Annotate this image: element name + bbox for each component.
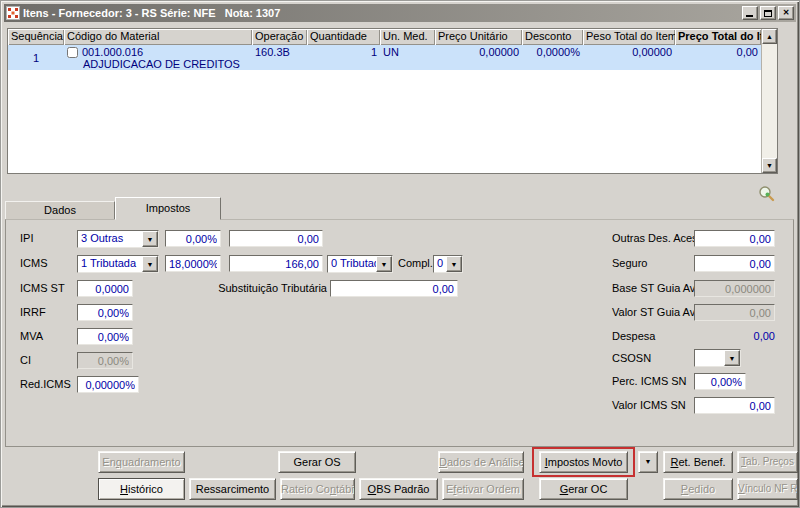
compl-label: Compl. [398,257,433,269]
despesa-value: 0,00 [694,330,775,342]
grid-body: 1 001.000.016 ADJUDICACAO DE CREDITOS 16… [8,45,761,173]
window-icon[interactable] [6,6,20,20]
chevron-down-icon[interactable]: ▼ [446,256,462,272]
enquadramento-button: Enquadramento [98,451,185,473]
items-grid: Sequência Código do Material Operação Qu… [7,28,778,174]
scroll-up-button[interactable]: ▲ [762,29,777,44]
scroll-up-icon: ▲ [766,33,773,40]
window-title: Itens - Fornecedor: 3 - RS Série: NFE No… [23,7,740,19]
cell-un-med: UN [380,45,435,70]
impostos-panel: IPI 3 Outras ▼ ICMS 1 Tributada ▼ 0 Trib… [5,219,794,447]
grid-vertical-scrollbar[interactable]: ▲ ▼ [761,29,777,173]
window: Itens - Fornecedor: 3 - RS Série: NFE No… [0,0,800,508]
outras-des-label: Outras Des. Aces. [612,232,701,244]
ipi-type-combo[interactable]: 3 Outras ▼ [77,230,159,248]
close-button[interactable]: ✕ [778,6,794,20]
maximize-button[interactable] [760,6,776,20]
perc-icms-sn-field[interactable] [694,373,746,390]
icms-st-type-value: 0 Tributada [328,256,376,272]
column-header-preco-unitario[interactable]: Preço Unitário [435,29,522,45]
title-bar: Itens - Fornecedor: 3 - RS Série: NFE No… [4,4,796,22]
scroll-down-button[interactable]: ▼ [762,158,777,173]
ci-field [77,352,133,369]
cell-operacao: 160.3B [252,45,307,70]
column-header-sequencia[interactable]: Sequência [8,29,64,45]
seguro-label: Seguro [612,257,647,269]
cell-quantidade: 1 [307,45,380,70]
chevron-down-icon[interactable]: ▼ [142,256,158,272]
ipi-type-value: 3 Outras [78,231,142,247]
cell-preco-total: 0,00 [675,45,761,70]
material-description: ADJUDICACAO DE CREDITOS [83,58,249,70]
base-st-guia-field [694,280,775,297]
tab-dados-complementares[interactable]: Dados Complementares [5,201,115,220]
magnifier-icon [758,185,775,202]
cell-preco-unitario: 0,00000 [435,45,522,70]
csosn-combo[interactable]: ▼ [694,349,741,367]
column-header-desconto[interactable]: Desconto [522,29,583,45]
column-header-preco-total[interactable]: Preço Total do Item [675,29,761,45]
red-icms-label: Red.ICMS [20,378,71,390]
historico-button[interactable]: Histórico [98,478,185,500]
icms-st-label: ICMS ST [20,282,65,294]
dados-de-analise-button: Dados de Análise [438,451,524,473]
icms-type-combo[interactable]: 1 Tributada ▼ [77,255,159,273]
irrf-label: IRRF [20,306,46,318]
irrf-field[interactable] [77,304,133,321]
column-header-operacao[interactable]: Operação [252,29,307,45]
ci-label: CI [20,354,31,366]
ipi-percent-field[interactable] [165,230,221,247]
despesa-label: Despesa [612,330,655,342]
grid-header: Sequência Código do Material Operação Qu… [8,29,761,45]
rateio-contabil-button: Rateio Contábil [280,478,355,500]
perc-icms-sn-label: Perc. ICMS SN [612,375,687,387]
subst-trib-label: Substituição Tributária [212,282,327,294]
minimize-icon [746,15,753,17]
ipi-label: IPI [20,232,33,244]
chevron-down-icon[interactable]: ▼ [376,256,392,272]
cell-codigo: 001.000.016 ADJUDICACAO DE CREDITOS [64,45,252,70]
seguro-field[interactable] [694,255,775,272]
ressarcimento-button[interactable]: Ressarcimento [189,478,276,500]
table-row[interactable]: 1 001.000.016 ADJUDICACAO DE CREDITOS 16… [8,45,761,70]
vinculo-nf-ref-button: Vínculo NF Ref. [737,478,798,500]
compl-value: 0 [434,256,446,272]
icms-st-type-combo[interactable]: 0 Tributada ▼ [327,255,393,273]
maximize-icon [764,10,772,17]
icms-label: ICMS [20,257,48,269]
csosn-label: CSOSN [612,352,651,364]
material-code: 001.000.016 [82,46,143,58]
gerar-oc-button[interactable]: Gerar OC [539,478,628,500]
chevron-down-icon[interactable]: ▼ [142,231,158,247]
valor-icms-sn-field[interactable] [694,397,775,414]
row-checkbox[interactable] [67,47,78,58]
column-header-un-med[interactable]: Un. Med. [380,29,435,45]
subst-trib-field[interactable] [330,280,458,297]
red-icms-field[interactable] [77,376,139,393]
mva-field[interactable] [77,328,133,345]
icms-value-field[interactable] [229,255,323,272]
efetivar-ordem-button: Efetivar Ordem [442,478,524,500]
impostos-movto-dropdown-button[interactable]: ▼ [638,451,658,473]
tab-impostos[interactable]: Impostos [115,197,221,220]
ret-benef-button[interactable]: Ret. Benef. [663,451,733,473]
outras-des-field[interactable] [694,230,775,247]
pedido-button: Pedido [663,478,733,500]
csosn-value [695,350,724,366]
icms-percent-field[interactable] [165,255,221,272]
compl-combo[interactable]: 0 ▼ [433,255,463,273]
mva-label: MVA [20,330,43,342]
icms-st-field[interactable] [77,280,133,297]
app-logo-icon [7,7,19,19]
chevron-down-icon[interactable]: ▼ [724,350,740,366]
column-header-codigo[interactable]: Código do Material [64,29,252,45]
cell-desconto: 0,0000% [522,45,583,70]
impostos-movto-button[interactable]: Impostos Movto [539,451,628,473]
zoom-button[interactable] [758,185,775,202]
obs-padrao-button[interactable]: OBS Padrão [359,478,438,500]
column-header-peso-total[interactable]: Peso Total do Item [583,29,675,45]
column-header-quantidade[interactable]: Quantidade [307,29,380,45]
gerar-os-button[interactable]: Gerar OS [278,451,356,473]
ipi-value-field[interactable] [229,230,323,247]
minimize-button[interactable] [742,6,758,20]
